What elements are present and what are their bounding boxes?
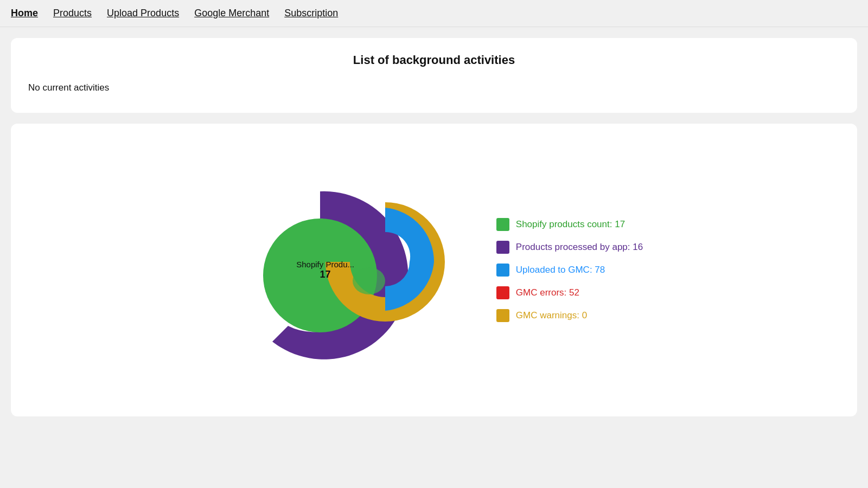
legend-item-errors: GMC errors: 52 [496,286,643,299]
nav-upload-products[interactable]: Upload Products [107,8,179,19]
no-activities-message: No current activities [28,82,840,93]
chart-card: Shopify Produ... 17 Shopify products cou… [11,124,857,416]
chart-legend: Shopify products count: 17 Products proc… [496,218,643,322]
legend-item-warnings: GMC warnings: 0 [496,309,643,322]
legend-item-uploaded: Uploaded to GMC: 78 [496,264,643,277]
legend-label-shopify: Shopify products count: 17 [516,219,625,230]
nav-home[interactable]: Home [11,8,38,19]
legend-label-processed: Products processed by app: 16 [516,242,643,253]
legend-swatch-green [496,218,509,231]
nav-products[interactable]: Products [53,8,92,19]
legend-swatch-orange [496,309,509,322]
donut-chart: Shopify Produ... 17 [225,156,453,384]
nav-google-merchant[interactable]: Google Merchant [194,8,269,19]
legend-swatch-blue [496,264,509,277]
legend-label-warnings: GMC warnings: 0 [516,310,587,321]
activities-card: List of background activities No current… [11,38,857,113]
legend-label-uploaded: Uploaded to GMC: 78 [516,265,605,275]
legend-item-processed: Products processed by app: 16 [496,241,643,254]
navigation: Home Products Upload Products Google Mer… [0,0,868,27]
legend-swatch-purple [496,241,509,254]
legend-label-errors: GMC errors: 52 [516,287,579,298]
svg-point-1 [353,267,385,294]
legend-item-shopify: Shopify products count: 17 [496,218,643,231]
chart-area: Shopify Produ... 17 Shopify products cou… [225,156,643,384]
activities-title: List of background activities [28,53,840,67]
legend-swatch-red [496,286,509,299]
nav-subscription[interactable]: Subscription [284,8,338,19]
